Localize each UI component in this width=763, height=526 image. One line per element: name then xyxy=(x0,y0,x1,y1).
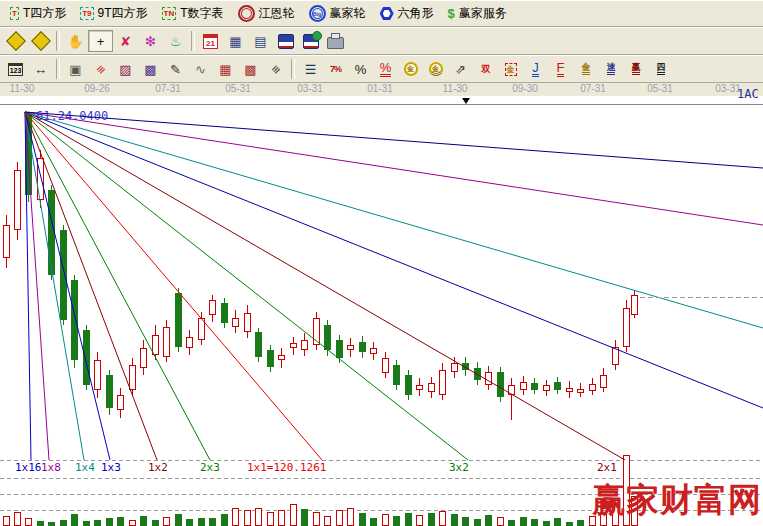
pan-view-icon[interactable] xyxy=(3,30,28,52)
ying-lines-icon[interactable]: 赢 xyxy=(623,58,648,80)
volume-bar xyxy=(474,519,481,526)
j-lines-icon[interactable]: J xyxy=(523,58,548,80)
candle-body xyxy=(554,382,561,390)
grid-icon[interactable]: ▦ xyxy=(213,58,238,80)
volume-bar xyxy=(233,509,239,526)
ruler-123-icon[interactable]: 123 xyxy=(3,58,28,80)
volume-bar xyxy=(152,520,159,526)
candle-body xyxy=(153,336,159,355)
volume-bar xyxy=(520,517,527,526)
time-axis-label: 07-31 xyxy=(155,83,181,94)
price-chart-svg[interactable]: 1x161x81x41x31x22x31x1=120.12613x22x1 xyxy=(0,96,763,526)
clip-tool-icon[interactable]: ❇ xyxy=(138,30,163,52)
toolbar-separator xyxy=(191,31,195,51)
volume-bar xyxy=(348,509,354,526)
main-toolbar: TT四方形T99T四方形TNT数字表江恩轮Big赢家轮六角形$赢家服务 xyxy=(0,0,763,27)
fit-view-icon[interactable] xyxy=(28,30,53,52)
calculator-icon[interactable]: ▦ xyxy=(223,30,248,52)
toolbar-button-9t-square-tool[interactable]: T99T四方形 xyxy=(73,4,154,23)
candle-body xyxy=(71,280,78,360)
volume-bar xyxy=(83,521,90,526)
toolbar-button-gann-wheel[interactable]: 江恩轮 xyxy=(231,4,302,23)
save-upload-icon[interactable] xyxy=(298,30,323,52)
9t-square-tool-icon: T9 xyxy=(80,7,93,20)
ray-lines-icon[interactable]: ✎ xyxy=(163,58,188,80)
candle-body xyxy=(210,301,216,315)
wave-shuang-icon[interactable]: 双 xyxy=(473,58,498,80)
volume-bar xyxy=(393,516,400,526)
toolbar-button-winner-wheel[interactable]: Big赢家轮 xyxy=(302,4,373,23)
hand-icon[interactable]: ✋ xyxy=(63,30,88,52)
volume-bar xyxy=(106,518,113,526)
volume-bar xyxy=(314,513,320,526)
toolbar-button-label: T数字表 xyxy=(180,5,223,22)
gann-fan-line xyxy=(25,112,322,460)
time-axis-label: 03-31 xyxy=(297,83,323,94)
gann-square-icon[interactable]: ▩ xyxy=(138,58,163,80)
retrace-percent-icon[interactable]: 7% xyxy=(323,58,348,80)
candle-body xyxy=(359,342,366,352)
candle-body xyxy=(221,303,228,323)
volume-bar xyxy=(428,513,435,526)
calendar-icon[interactable]: 21 xyxy=(198,30,223,52)
volume-bar xyxy=(577,520,584,526)
gann-wheel-icon xyxy=(238,5,255,22)
gann-fan-label: 3x2 xyxy=(449,461,469,474)
crosshair-icon[interactable]: + xyxy=(88,30,113,52)
candle-body xyxy=(15,171,21,230)
rect-tool-icon[interactable]: ▣ xyxy=(63,58,88,80)
toolbar-button-t-square-tool[interactable]: TT四方形 xyxy=(3,4,73,23)
candle-body xyxy=(417,386,423,390)
gold-coin-lines-icon[interactable]: 金 xyxy=(423,58,448,80)
parallel-lines-icon[interactable]: ≡ xyxy=(263,58,288,80)
toolbar-separator xyxy=(56,31,60,51)
volume-bar xyxy=(291,505,297,526)
winner-wheel-icon: Big xyxy=(309,5,326,22)
percent-levels-icon[interactable]: % xyxy=(373,58,398,80)
time-axis-label: 11-30 xyxy=(443,83,468,94)
zigzag-icon[interactable]: ∿ xyxy=(188,58,213,80)
grid-dense-icon[interactable]: ▩ xyxy=(238,58,263,80)
f-lines-icon[interactable]: F xyxy=(548,58,573,80)
toolbar-button-t-number-table[interactable]: TNT数字表 xyxy=(155,4,231,23)
notes-icon[interactable]: ▤ xyxy=(248,30,273,52)
gold-box-icon[interactable]: 金 xyxy=(498,58,523,80)
gann-fan-label: 1x4 xyxy=(75,461,95,474)
su-lines-icon[interactable]: 速 xyxy=(598,58,623,80)
volume-bar xyxy=(209,518,216,526)
gold-coin-icon[interactable]: 金 xyxy=(398,58,423,80)
toolbar-button-winner-service[interactable]: $赢家服务 xyxy=(441,4,514,23)
brain-icon[interactable]: ♨ xyxy=(163,30,188,52)
gold-lines-icon[interactable]: 金 xyxy=(573,58,598,80)
chart-canvas[interactable]: 61.24.0400 赢家财富网 1x161x81x41x31x22x31x1=… xyxy=(0,96,763,526)
measure-width-icon[interactable]: ↔ xyxy=(28,58,53,80)
gann-box-icon[interactable]: ▨ xyxy=(113,58,138,80)
percent-icon[interactable]: % xyxy=(348,58,373,80)
toolbar-button-hexagon-tool[interactable]: 六角形 xyxy=(373,4,441,23)
volume-bar xyxy=(175,514,182,526)
candle-body xyxy=(383,359,389,373)
candle-body xyxy=(255,332,262,357)
si-lines-icon[interactable]: 四 xyxy=(648,58,673,80)
candle-body xyxy=(452,364,458,372)
gann-fan-label: 2x3 xyxy=(200,461,220,474)
save-icon[interactable] xyxy=(273,30,298,52)
candle-body xyxy=(624,309,630,347)
candle-body xyxy=(302,341,308,350)
volume-bar xyxy=(554,518,561,526)
gann-fan-icon[interactable]: ≡ xyxy=(88,58,113,80)
toolbar-button-label: 9T四方形 xyxy=(98,5,148,22)
hexagon-tool-icon xyxy=(380,7,394,20)
print-icon[interactable] xyxy=(323,30,348,52)
price-scale-icon[interactable]: ☰ xyxy=(298,58,323,80)
time-axis: 11-3009-2607-3105-3103-3101-3111-3009-30… xyxy=(0,83,763,96)
volume-bar xyxy=(531,519,538,526)
pin-icon[interactable]: ✘ xyxy=(113,30,138,52)
gann-fan-label: 1x1=120.1261 xyxy=(247,461,326,474)
t-number-table-icon: TN xyxy=(162,7,177,20)
rocket-icon[interactable]: ⇗ xyxy=(448,58,473,80)
volume-bar xyxy=(164,518,170,526)
volume-bar xyxy=(15,513,21,526)
candle-body xyxy=(497,372,504,397)
position-marker-triangle[interactable] xyxy=(462,98,470,104)
